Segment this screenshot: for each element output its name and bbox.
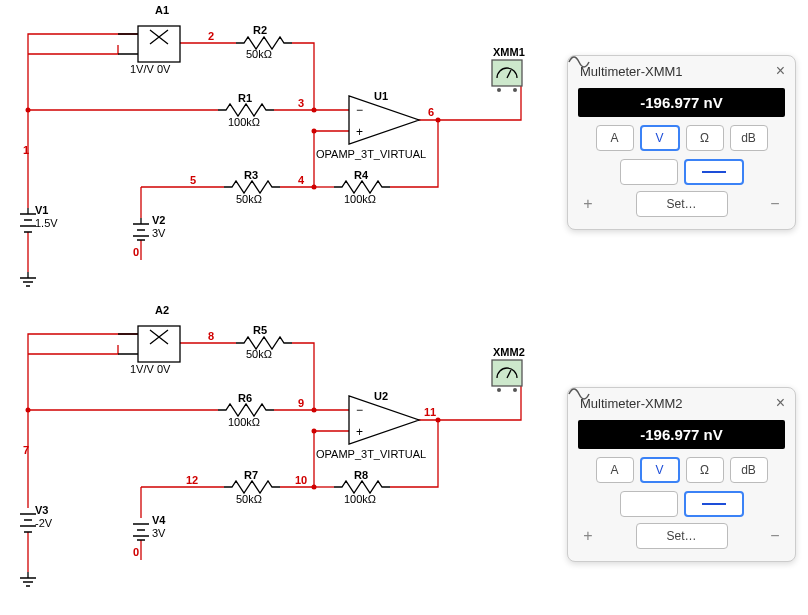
- multimeter-panel-xmm1[interactable]: Multimeter-XMM1 × -196.977 nV A V Ω dB +…: [567, 55, 796, 230]
- svg-point-15: [436, 418, 441, 423]
- ac-button[interactable]: [620, 159, 678, 185]
- svg-point-2: [312, 129, 317, 134]
- label-r3v: 50kΩ: [236, 193, 262, 205]
- label-a1-sub: 1V/V 0V: [130, 63, 170, 75]
- svg-point-10: [513, 88, 517, 92]
- label-v3v: -2V: [35, 517, 52, 529]
- label-a2: A2: [155, 304, 169, 316]
- label-xmm2: XMM2: [493, 346, 525, 358]
- svg-point-20: [497, 388, 501, 392]
- mode-db-button[interactable]: dB: [730, 457, 768, 483]
- node-1: 1: [23, 144, 29, 156]
- label-r2: R2: [253, 24, 267, 36]
- svg-point-9: [497, 88, 501, 92]
- schematic-canvas: − + − + A1 1V/V 0V R2 50kΩ: [0, 0, 808, 615]
- label-u2: U2: [374, 390, 388, 402]
- label-u1: U1: [374, 90, 388, 102]
- label-r6: R6: [238, 392, 252, 404]
- label-v1v: 1.5V: [35, 217, 58, 229]
- node-12: 12: [186, 474, 198, 486]
- wave-row: [578, 491, 785, 517]
- label-u2t: OPAMP_3T_VIRTUAL: [316, 448, 426, 460]
- node-10: 10: [295, 474, 307, 486]
- close-icon[interactable]: ×: [776, 62, 785, 80]
- node-6: 6: [428, 106, 434, 118]
- label-v4v: 3V: [152, 527, 165, 539]
- panel-title: Multimeter-XMM1: [580, 64, 683, 79]
- label-v2v: 3V: [152, 227, 165, 239]
- svg-point-0: [26, 108, 31, 113]
- mode-v-button[interactable]: V: [640, 125, 680, 151]
- node-3: 3: [298, 97, 304, 109]
- mode-a-button[interactable]: A: [596, 457, 634, 483]
- mode-ohm-button[interactable]: Ω: [686, 125, 724, 151]
- sine-icon: [568, 56, 592, 68]
- set-button[interactable]: Set…: [636, 523, 728, 549]
- svg-text:−: −: [356, 403, 363, 417]
- mode-a-button[interactable]: A: [596, 125, 634, 151]
- label-r5: R5: [253, 324, 267, 336]
- node-7: 7: [23, 444, 29, 456]
- ac-button[interactable]: [620, 491, 678, 517]
- node-0a: 0: [133, 246, 139, 258]
- wave-row: [578, 159, 785, 185]
- node-8: 8: [208, 330, 214, 342]
- svg-rect-8: [492, 60, 522, 86]
- label-r7v: 50kΩ: [236, 493, 262, 505]
- label-a1: A1: [155, 4, 169, 16]
- close-icon[interactable]: ×: [776, 394, 785, 412]
- label-r8v: 100kΩ: [344, 493, 376, 505]
- sine-icon: [568, 388, 592, 400]
- node-9: 9: [298, 397, 304, 409]
- svg-text:−: −: [356, 103, 363, 117]
- mode-ohm-button[interactable]: Ω: [686, 457, 724, 483]
- mode-row: A V Ω dB: [578, 457, 785, 483]
- dash-icon: [702, 503, 726, 505]
- label-r7: R7: [244, 469, 258, 481]
- mode-db-button[interactable]: dB: [730, 125, 768, 151]
- svg-point-4: [436, 118, 441, 123]
- svg-rect-19: [492, 360, 522, 386]
- set-button[interactable]: Set…: [636, 191, 728, 217]
- label-xmm1: XMM1: [493, 46, 525, 58]
- svg-point-3: [312, 185, 317, 190]
- multimeter-panel-xmm2[interactable]: Multimeter-XMM2 × -196.977 nV A V Ω dB +…: [567, 387, 796, 562]
- multimeter-reading: -196.977 nV: [578, 88, 785, 117]
- label-v2: V2: [152, 214, 165, 226]
- svg-point-11: [26, 408, 31, 413]
- label-r2v: 50kΩ: [246, 48, 272, 60]
- label-r3: R3: [244, 169, 258, 181]
- node-11: 11: [424, 406, 436, 418]
- label-u1t: OPAMP_3T_VIRTUAL: [316, 148, 426, 160]
- label-r1: R1: [238, 92, 252, 104]
- multimeter-reading: -196.977 nV: [578, 420, 785, 449]
- svg-point-1: [312, 108, 317, 113]
- svg-point-12: [312, 408, 317, 413]
- node-4: 4: [298, 174, 304, 186]
- label-r6v: 100kΩ: [228, 416, 260, 428]
- minus-terminal: −: [765, 527, 785, 545]
- label-v1: V1: [35, 204, 48, 216]
- svg-rect-5: [138, 26, 180, 62]
- panel-title: Multimeter-XMM2: [580, 396, 683, 411]
- plus-terminal: +: [578, 195, 598, 213]
- dash-icon: [702, 171, 726, 173]
- plus-terminal: +: [578, 527, 598, 545]
- node-0b: 0: [133, 546, 139, 558]
- mode-v-button[interactable]: V: [640, 457, 680, 483]
- svg-rect-16: [138, 326, 180, 362]
- label-r1v: 100kΩ: [228, 116, 260, 128]
- label-a2-sub: 1V/V 0V: [130, 363, 170, 375]
- svg-point-13: [312, 429, 317, 434]
- dc-button[interactable]: [684, 491, 744, 517]
- svg-point-14: [312, 485, 317, 490]
- node-5: 5: [190, 174, 196, 186]
- label-v4: V4: [152, 514, 165, 526]
- label-r4v: 100kΩ: [344, 193, 376, 205]
- svg-text:+: +: [356, 125, 363, 139]
- label-r5v: 50kΩ: [246, 348, 272, 360]
- label-v3: V3: [35, 504, 48, 516]
- node-2: 2: [208, 30, 214, 42]
- dc-button[interactable]: [684, 159, 744, 185]
- svg-point-21: [513, 388, 517, 392]
